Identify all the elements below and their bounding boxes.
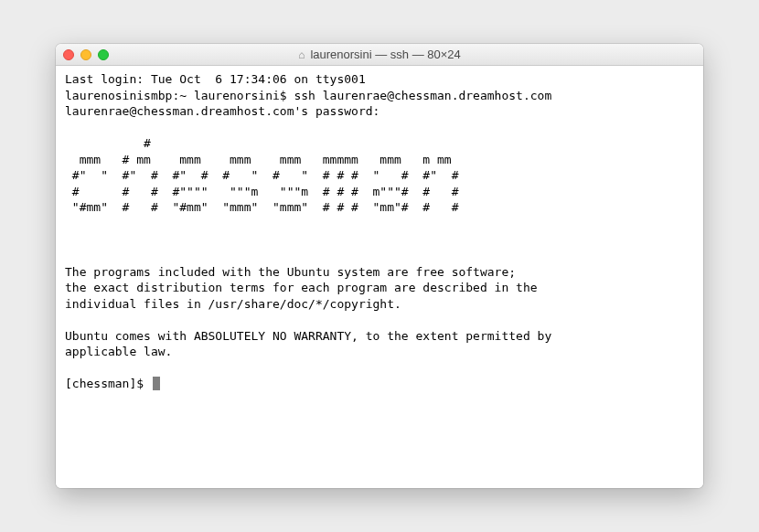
- window-title: laurenorsini — ssh — 80×24: [310, 48, 460, 61]
- cursor: [153, 377, 160, 390]
- home-icon: ⌂: [298, 49, 305, 60]
- ascii-art-line: "#mm" # # "#mm" "mmm" "mmm" # # # "mm"# …: [65, 200, 458, 214]
- terminal-line: Ubuntu comes with ABSOLUTELY NO WARRANTY…: [65, 329, 551, 343]
- close-button[interactable]: [63, 49, 74, 60]
- window-title-wrap: ⌂ laurenorsini — ssh — 80×24: [298, 48, 461, 61]
- ascii-art-line: # # # #"""" """m """m # # # m"""# # #: [65, 185, 458, 198]
- terminal-line: individual files in /usr/share/doc/*/cop…: [65, 297, 401, 311]
- terminal-window: ⌂ laurenorsini — ssh — 80×24 Last login:…: [56, 44, 703, 488]
- shell-prompt: [chessman]$: [65, 377, 151, 390]
- titlebar: ⌂ laurenorsini — ssh — 80×24: [56, 44, 703, 66]
- window-controls: [63, 49, 109, 60]
- terminal-line: laurenrae@chessman.dreamhost.com's passw…: [65, 104, 380, 118]
- ascii-art-line: #: [65, 136, 151, 150]
- ascii-art-line: #" " #" # #" # # " # " # # # " # #" #: [65, 168, 458, 182]
- minimize-button[interactable]: [80, 49, 91, 60]
- terminal-line: Last login: Tue Oct 6 17:34:06 on ttys00…: [65, 72, 366, 86]
- maximize-button[interactable]: [98, 49, 109, 60]
- terminal-line: applicable law.: [65, 345, 172, 358]
- terminal-line: the exact distribution terms for each pr…: [65, 281, 538, 294]
- terminal-line: The programs included with the Ubuntu sy…: [65, 265, 516, 279]
- terminal-content[interactable]: Last login: Tue Oct 6 17:34:06 on ttys00…: [56, 66, 703, 488]
- terminal-line: laurenosinismbp:~ laurenorsini$ ssh laur…: [65, 89, 551, 102]
- ascii-art-line: mmm # mm mmm mmm mmm mmmmm mmm m mm: [65, 153, 452, 166]
